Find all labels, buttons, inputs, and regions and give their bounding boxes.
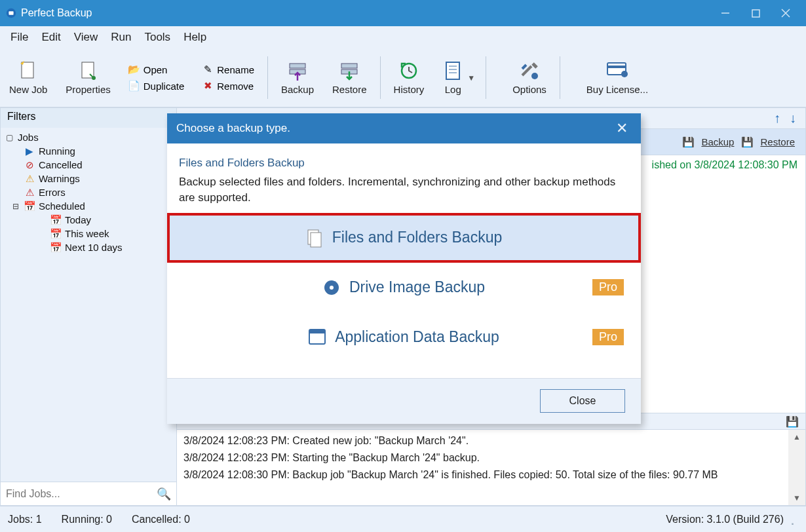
pro-badge: Pro <box>592 329 624 345</box>
copy-icon: 📄 <box>129 81 140 91</box>
menu-tools[interactable]: Tools <box>138 28 177 47</box>
tree-cancelled[interactable]: ⊘Cancelled <box>6 158 176 172</box>
option-drive-image[interactable]: Drive Image Backup Pro <box>167 263 641 313</box>
log-button[interactable]: Log <box>433 51 465 105</box>
dialog-desc-body: Backup selected files and folders. Incre… <box>179 174 629 206</box>
svg-rect-14 <box>446 62 459 79</box>
files-icon <box>306 229 323 246</box>
backup-icon <box>287 60 308 81</box>
remove-icon: ✖ <box>202 81 213 91</box>
minimize-button[interactable] <box>710 0 740 26</box>
filters-header: Filters <box>1 108 176 128</box>
app-title: Perfect Backup <box>21 7 92 19</box>
find-jobs-box[interactable]: 🔍 <box>1 482 176 505</box>
duplicate-button[interactable]: 📄Duplicate <box>125 79 189 93</box>
rename-button[interactable]: ✎Rename <box>199 63 258 77</box>
backup-link[interactable]: Backup <box>701 136 734 147</box>
warning-icon: ⚠ <box>24 174 35 184</box>
scroll-down-icon[interactable]: ▼ <box>793 493 801 503</box>
log-area: 3/8/2024 12:08:23 PM: Created new job: "… <box>177 430 805 505</box>
move-down-button[interactable]: ↓ <box>787 111 799 126</box>
dialog-description: Files and Folders Backup Backup selected… <box>167 143 641 213</box>
buy-license-label: Buy License... <box>586 84 648 95</box>
menu-help[interactable]: Help <box>177 28 213 47</box>
toolbar-separator <box>486 56 486 99</box>
scroll-up-icon[interactable]: ▲ <box>793 432 801 442</box>
log-scrollbar[interactable]: ▲ ▼ <box>788 430 805 505</box>
tree-next-10-days[interactable]: 📅Next 10 days <box>6 240 176 254</box>
history-button[interactable]: History <box>385 51 434 105</box>
svg-rect-6 <box>22 62 33 78</box>
menu-edit[interactable]: Edit <box>35 28 67 47</box>
calendar-icon: 📅 <box>24 201 35 212</box>
search-icon[interactable]: 🔍 <box>157 487 171 501</box>
tree-jobs[interactable]: ▢Jobs <box>6 130 176 144</box>
menu-file[interactable]: File <box>4 28 35 47</box>
option-app-data[interactable]: Application Data Backup Pro <box>167 313 641 362</box>
log-line: 3/8/2024 12:08:30 PM: Backup job "Backup… <box>183 466 782 484</box>
status-version: Version: 3.1.0 (Build 276) <box>666 514 784 525</box>
status-running: Running: 0 <box>62 514 132 525</box>
tree-errors[interactable]: ⚠Errors <box>6 185 176 199</box>
find-jobs-input[interactable] <box>6 488 157 500</box>
calendar-icon: 📅 <box>50 229 61 239</box>
calendar-icon: 📅 <box>50 242 61 253</box>
restore-button[interactable]: Restore <box>323 51 376 105</box>
option-files-folders[interactable]: Files and Folders Backup <box>167 213 641 263</box>
svg-rect-3 <box>752 10 759 17</box>
tree-running[interactable]: ▶Running <box>6 144 176 158</box>
backup-link-icon: 💾 <box>683 137 693 147</box>
menu-run[interactable]: Run <box>104 28 138 47</box>
close-button[interactable] <box>771 0 801 26</box>
menubar: File Edit View Run Tools Help <box>0 26 806 48</box>
move-up-button[interactable]: ↑ <box>771 111 783 126</box>
log-line: 3/8/2024 12:08:23 PM: Created new job: "… <box>183 432 782 449</box>
dialog-close-x[interactable]: ✕ <box>612 120 632 137</box>
restore-icon <box>339 60 360 81</box>
toolbar-separator <box>267 56 268 99</box>
buy-license-button[interactable]: Buy License... <box>577 51 657 105</box>
svg-rect-1 <box>9 11 13 14</box>
tree-warnings[interactable]: ⚠Warnings <box>6 172 176 185</box>
statusbar: Jobs: 1 Running: 0 Cancelled: 0 Version:… <box>0 506 806 532</box>
menu-view[interactable]: View <box>67 28 105 47</box>
app-icon <box>309 329 326 346</box>
properties-icon <box>78 60 99 81</box>
dialog-footer: Close <box>167 378 641 424</box>
save-log-icon[interactable]: 💾 <box>786 415 799 428</box>
dialog-title: Choose a backup type. <box>176 122 290 135</box>
history-label: History <box>394 84 425 95</box>
maximize-button[interactable] <box>740 0 771 26</box>
open-button[interactable]: 📂Open <box>125 63 189 77</box>
options-button[interactable]: Options <box>503 51 556 105</box>
svg-rect-9 <box>290 64 305 68</box>
history-icon <box>398 60 419 81</box>
dialog-titlebar: Choose a backup type. ✕ <box>167 113 641 143</box>
properties-button[interactable]: Properties <box>56 51 119 105</box>
job-status-text: ished on 3/8/2024 12:08:30 PM <box>652 159 797 171</box>
close-button[interactable]: Close <box>540 389 625 413</box>
remove-button[interactable]: ✖Remove <box>199 79 258 93</box>
rename-icon: ✎ <box>202 64 213 75</box>
restore-link-icon: 💾 <box>742 137 752 147</box>
app-icon <box>5 7 17 19</box>
new-job-label: New Job <box>9 84 47 95</box>
log-label: Log <box>445 84 461 95</box>
properties-label: Properties <box>66 84 110 95</box>
restore-link[interactable]: Restore <box>760 136 795 147</box>
resize-grip-icon[interactable]: ⡀ <box>790 513 798 525</box>
tree-today[interactable]: 📅Today <box>6 213 176 227</box>
folder-open-icon: 📂 <box>129 64 140 75</box>
backup-button[interactable]: Backup <box>272 51 323 105</box>
new-job-button[interactable]: New Job <box>0 51 56 105</box>
tree-scheduled[interactable]: ⊟📅Scheduled <box>6 199 176 213</box>
log-dropdown[interactable]: ▼ <box>461 73 482 83</box>
disc-icon <box>323 279 340 296</box>
error-icon: ⚠ <box>24 187 35 198</box>
card-icon <box>607 60 628 81</box>
option-app-data-label: Application Data Backup <box>335 328 499 346</box>
toolbar-separator <box>560 56 560 99</box>
status-cancelled: Cancelled: 0 <box>132 514 210 525</box>
tree-this-week[interactable]: 📅This week <box>6 227 176 240</box>
play-icon: ▶ <box>24 146 35 157</box>
